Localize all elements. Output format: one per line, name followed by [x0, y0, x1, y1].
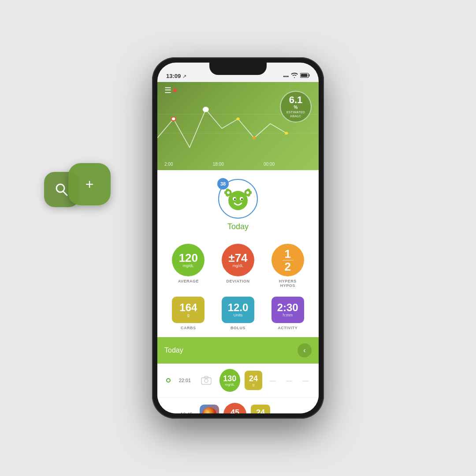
stat-average: 120 mg/dL AVERAGE — [166, 244, 211, 288]
header-area: ☰ — [157, 82, 319, 170]
today-bar-chevron[interactable]: ‹ — [298, 343, 312, 357]
stat-fraction-value: 1 2 — [283, 248, 293, 272]
svg-point-8 — [253, 137, 256, 139]
stat-average-circle: 120 mg/dL — [172, 244, 205, 276]
stats-grid-row1: 120 mg/dL AVERAGE ±74 mg/dL DEVIATION — [157, 237, 319, 295]
stat-carbs-label: CARBS — [181, 326, 196, 330]
today-label: Today — [227, 222, 249, 231]
today-bar[interactable]: Today ‹ — [157, 337, 319, 364]
svg-point-28 — [202, 407, 216, 413]
stat-deviation-value: ±74 — [228, 252, 247, 264]
svg-rect-27 — [205, 376, 208, 378]
svg-point-23 — [234, 198, 236, 200]
log-dash-0a: — — [267, 377, 279, 384]
log-glucose-1: 45 mg/dL — [223, 403, 246, 413]
battery-icon — [300, 73, 310, 79]
stat-activity-value: 2:30 — [277, 302, 298, 313]
svg-rect-14 — [224, 191, 226, 194]
notch — [209, 63, 267, 75]
phone-screen: 13:09 ↗ ▪▪▪ ☰ — [157, 63, 319, 413]
stat-average-unit: mg/dL — [183, 264, 194, 268]
log-camera-0 — [197, 371, 215, 390]
log-dash-0b: — — [283, 377, 295, 384]
stat-activity-unit: h:mm — [283, 313, 293, 317]
log-glucose-val-0: 130 — [223, 375, 236, 383]
log-time-0: 22:01 — [179, 378, 191, 383]
log-time-1: 16:45 — [180, 412, 193, 413]
status-time: 13:09 — [166, 73, 181, 79]
stat-deviation-circle: ±74 mg/dL — [222, 244, 254, 276]
chart-time-1: 18:00 — [213, 162, 224, 167]
stat-bolus-value: 12.0 — [228, 302, 249, 313]
log-carb-unit-0: g — [253, 383, 254, 387]
log-entry-0[interactable]: 22:01 130 mg/dL — [157, 364, 319, 398]
stat-carbs-unit: g — [187, 313, 190, 317]
log-dash-1b: — — [292, 411, 305, 413]
stat-bolus: 12.0 Units BOLUS — [216, 297, 260, 330]
timeline-dot-0 — [166, 378, 171, 383]
chart-time-0: 2:00 — [164, 162, 173, 167]
log-carb-val-0: 24 — [249, 375, 258, 383]
chart-times: 2:00 18:00 00:00 — [164, 162, 275, 167]
stat-carbs-box: 164 g — [172, 297, 205, 323]
log-dash-0c: — — [300, 377, 312, 384]
timeline-0 — [164, 378, 172, 383]
log-dash-1a: — — [275, 411, 288, 413]
svg-point-9 — [285, 132, 288, 134]
stat-bolus-unit: Units — [234, 313, 243, 317]
hba1c-value: 6.1 — [289, 95, 303, 105]
hba1c-label: ESTIMATEDHBA1C — [286, 111, 305, 118]
mascot-container[interactable]: 38 — [218, 179, 258, 219]
stat-hypers-hypos: 1 2 HYPERSHYPOS — [265, 244, 310, 288]
log-glucose-val-1: 45 — [231, 409, 239, 414]
hba1c-badge: 6.1 % ESTIMATEDHBA1C — [280, 91, 312, 123]
scene: 13:09 ↗ ▪▪▪ ☰ — [0, 0, 476, 476]
fraction-denominator: 2 — [284, 261, 290, 272]
stat-activity: 2:30 h:mm ACTIVITY — [265, 297, 310, 330]
svg-point-6 — [203, 107, 208, 112]
today-bar-label: Today — [164, 346, 183, 354]
svg-point-26 — [205, 379, 208, 383]
stat-carbs: 164 g CARBS — [166, 297, 211, 330]
svg-rect-1 — [309, 74, 310, 77]
log-carb-1: 24 g — [251, 405, 270, 413]
stat-average-label: AVERAGE — [178, 279, 199, 283]
log-area: 22:01 130 mg/dL — [157, 364, 319, 413]
hba1c-percent: % — [294, 105, 298, 110]
fraction-numerator: 1 — [284, 248, 290, 260]
stat-deviation-label: DEVIATION — [227, 279, 250, 283]
stats-grid-row2: 164 g CARBS 12.0 Units BOLUS 2:30 — [157, 295, 319, 337]
stat-carbs-value: 164 — [179, 302, 197, 313]
svg-line-31 — [63, 191, 67, 195]
wifi-signal-icon — [291, 73, 298, 79]
timeline-dot-1 — [167, 412, 171, 413]
fab-add-button[interactable]: + — [68, 163, 111, 205]
add-icon: + — [86, 176, 94, 193]
stat-deviation-unit: mg/dL — [232, 264, 243, 268]
svg-point-11 — [227, 191, 230, 194]
log-entry-1[interactable]: 16:45 — [157, 398, 319, 413]
wifi-icon: ▪▪▪ — [283, 73, 289, 79]
svg-rect-19 — [250, 191, 252, 194]
log-glucose-unit-0: mg/dL — [225, 383, 234, 387]
phone-shell: 13:09 ↗ ▪▪▪ ☰ — [152, 57, 324, 419]
stat-bolus-box: 12.0 Units — [222, 297, 254, 323]
stat-deviation: ±74 mg/dL DEVIATION — [216, 244, 260, 288]
stat-average-value: 120 — [179, 252, 198, 264]
mascot-badge: 38 — [217, 178, 229, 190]
status-icons: ▪▪▪ — [283, 73, 310, 79]
stat-activity-box: 2:30 h:mm — [271, 297, 304, 323]
timeline-1 — [164, 412, 173, 413]
log-food-icon-1 — [200, 405, 219, 413]
stat-bolus-label: BOLUS — [231, 326, 245, 330]
svg-point-5 — [171, 117, 176, 121]
header-dot — [173, 89, 177, 92]
svg-point-16 — [246, 191, 249, 194]
menu-icon[interactable]: ☰ — [164, 86, 171, 95]
chevron-icon: ‹ — [303, 346, 305, 354]
stat-hypers-label: HYPERSHYPOS — [279, 279, 297, 288]
stat-fraction-circle: 1 2 — [271, 244, 304, 276]
mascot-svg — [224, 185, 252, 213]
svg-point-24 — [241, 198, 243, 200]
svg-rect-2 — [301, 74, 308, 77]
